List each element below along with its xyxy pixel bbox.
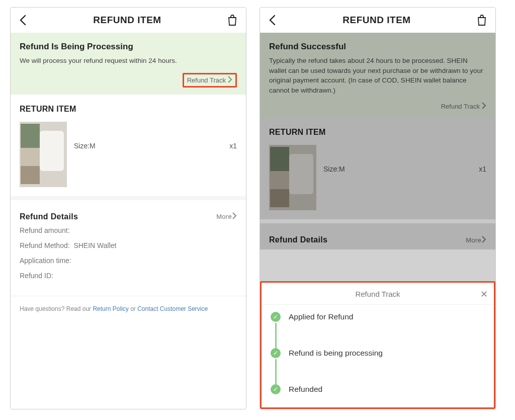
footer-mid: or xyxy=(129,305,137,312)
return-policy-link[interactable]: Return Policy xyxy=(93,305,128,312)
refund-details-heading-row: Refund Details More xyxy=(11,200,246,226)
quantity-label: x1 xyxy=(229,142,237,150)
size-label: Size:M xyxy=(74,142,96,150)
refund-id-row: Refund ID: xyxy=(20,272,237,280)
track-step-label: Refunded xyxy=(289,385,322,394)
page-title: REFUND ITEM xyxy=(93,15,161,26)
phone-screen-left: REFUND ITEM Refund Is Being Processing W… xyxy=(10,7,246,409)
refund-track-button[interactable]: Refund Track xyxy=(183,73,237,88)
chevron-right-icon xyxy=(481,102,486,111)
close-icon[interactable]: ✕ xyxy=(480,289,488,300)
refund-track-button[interactable]: Refund Track xyxy=(269,102,486,111)
refund-details-heading: Refund Details xyxy=(20,212,78,221)
footer-note: Have questions? Read our Return Policy o… xyxy=(11,296,246,321)
return-item-row[interactable]: Size:M x1 xyxy=(260,142,495,219)
item-meta: Size:M x1 xyxy=(67,122,237,150)
header: REFUND ITEM xyxy=(260,8,495,33)
chevron-right-icon xyxy=(232,212,237,221)
page-title: REFUND ITEM xyxy=(342,15,410,26)
footer-prefix: Have questions? Read our xyxy=(20,305,93,312)
refund-method-label: Refund Method: xyxy=(20,241,70,249)
check-icon: ✓ xyxy=(271,348,281,358)
status-description: Typically the refund takes about 24 hour… xyxy=(269,56,486,95)
refund-method-row: Refund Method: SHEIN Wallet xyxy=(20,241,237,249)
refund-track-label: Refund Track xyxy=(441,103,480,110)
status-banner: Refund Successful Typically the refund t… xyxy=(260,33,495,118)
refund-details-heading-row: Refund Details More xyxy=(260,223,495,249)
refund-track-sheet: Refund Track ✕ ✓ Applied for Refund ✓ Re… xyxy=(260,281,495,409)
chevron-right-icon xyxy=(227,76,232,85)
status-title: Refund Is Being Processing xyxy=(20,42,237,52)
track-steps: ✓ Applied for Refund ✓ Refund is being p… xyxy=(262,305,494,394)
shopping-bag-icon[interactable] xyxy=(227,14,238,26)
divider xyxy=(260,219,495,223)
shopping-bag-icon[interactable] xyxy=(476,14,487,26)
track-step: ✓ Refunded xyxy=(271,384,485,394)
back-icon[interactable] xyxy=(268,15,277,26)
sheet-title: Refund Track xyxy=(355,290,400,298)
item-meta: Size:M x1 xyxy=(316,145,486,173)
track-step-label: Refund is being processing xyxy=(289,349,383,358)
product-photo xyxy=(269,145,316,210)
refund-track-label: Refund Track xyxy=(187,76,226,84)
back-icon[interactable] xyxy=(19,15,28,26)
size-label: Size:M xyxy=(323,165,345,173)
more-label: More xyxy=(216,213,232,220)
phone-screen-right: REFUND ITEM Refund Successful Typically … xyxy=(260,7,496,409)
refund-method-value: SHEIN Wallet xyxy=(73,241,116,249)
contact-support-link[interactable]: Contact Customer Service xyxy=(137,305,208,312)
divider xyxy=(11,196,246,200)
refund-details-heading: Refund Details xyxy=(269,235,327,244)
return-item-row[interactable]: Size:M x1 xyxy=(11,119,246,196)
status-title: Refund Successful xyxy=(269,42,486,52)
more-button[interactable]: More xyxy=(466,236,486,244)
more-label: More xyxy=(466,236,481,244)
quantity-label: x1 xyxy=(479,165,486,173)
track-step: ✓ Applied for Refund xyxy=(271,312,485,348)
check-icon: ✓ xyxy=(271,312,281,322)
check-icon: ✓ xyxy=(271,384,281,394)
track-step-label: Applied for Refund xyxy=(289,312,353,321)
status-description: We will process your refund request with… xyxy=(20,56,237,66)
return-item-heading: RETURN ITEM xyxy=(11,95,246,119)
status-banner: Refund Is Being Processing We will proce… xyxy=(11,33,246,95)
more-button[interactable]: More xyxy=(216,212,237,221)
refund-track-link-row: Refund Track xyxy=(20,73,237,88)
refund-amount-row: Refund amount: xyxy=(20,226,237,234)
chevron-right-icon xyxy=(481,236,486,244)
track-step: ✓ Refund is being processing xyxy=(271,348,485,384)
application-time-row: Application time: xyxy=(20,257,237,265)
refund-details-list: Refund amount: Refund Method: SHEIN Wall… xyxy=(11,226,246,296)
sheet-title-row: Refund Track ✕ xyxy=(262,290,494,305)
header: REFUND ITEM xyxy=(11,8,246,33)
product-photo xyxy=(20,122,67,187)
return-item-heading: RETURN ITEM xyxy=(260,118,495,142)
